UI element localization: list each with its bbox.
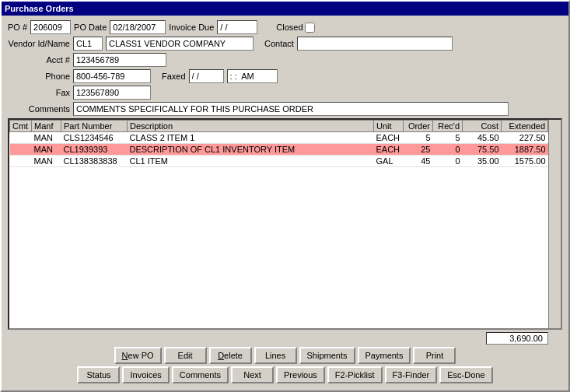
contact-label: Contact xyxy=(264,39,294,48)
cell-cmt xyxy=(10,156,32,167)
phone-input[interactable] xyxy=(73,69,151,83)
col-header-partnum: Part Number xyxy=(61,121,128,132)
phone-label: Phone xyxy=(8,72,70,81)
vendor-label: Vendor Id/Name xyxy=(8,39,70,48)
contact-input[interactable] xyxy=(297,37,453,51)
comments-button[interactable]: Comments xyxy=(172,366,229,383)
cell-desc: DESCRIPTION OF CL1 INVENTORY ITEM xyxy=(128,144,374,156)
total-value: 3,690.00 xyxy=(486,332,548,345)
acct-label: Acct # xyxy=(8,55,70,65)
cell-unit: EACH xyxy=(374,144,404,156)
po-label: PO # xyxy=(8,23,27,32)
cell-desc: CLASS 2 ITEM 1 xyxy=(128,132,374,144)
cell-cost: 45.50 xyxy=(463,132,502,144)
window-title: Purchase Orders xyxy=(5,4,74,13)
invoice-due-input[interactable] xyxy=(217,20,257,34)
f2-picklist-button[interactable]: F2-Picklist xyxy=(327,366,383,383)
col-header-cmt: Cmt xyxy=(10,121,32,132)
cell-extended: 1887.50 xyxy=(502,144,548,156)
cell-desc: CL1 ITEM xyxy=(128,156,374,167)
cell-order: 25 xyxy=(404,144,433,156)
col-header-extended: Extended xyxy=(502,121,548,132)
po-date-label: PO Date xyxy=(74,23,107,32)
previous-button[interactable]: Previous xyxy=(276,366,325,383)
edit-button[interactable]: Edit xyxy=(164,347,207,364)
po-date-input[interactable] xyxy=(110,20,166,34)
cell-cmt xyxy=(10,144,32,156)
vendor-name-input[interactable] xyxy=(106,37,254,51)
new-po-button[interactable]: New PO xyxy=(114,347,162,364)
lines-button[interactable]: Lines xyxy=(254,347,297,364)
faxed-time-input[interactable] xyxy=(227,69,278,83)
cell-unit: EACH xyxy=(374,132,404,144)
next-button[interactable]: Next xyxy=(231,366,274,383)
cell-recvd: 0 xyxy=(433,144,463,156)
col-header-recvd: Rec'd xyxy=(433,121,463,132)
purchase-orders-window: Purchase Orders PO # PO Date Invoice Due… xyxy=(0,0,570,392)
table-scrollbar[interactable] xyxy=(548,120,561,328)
delete-button[interactable]: Delete xyxy=(209,347,252,364)
button-row-2: Status Invoices Comments Next Previous F… xyxy=(8,366,562,383)
table-row[interactable]: MAN CL1939393 DESCRIPTION OF CL1 INVENTO… xyxy=(10,144,561,156)
cell-cost: 75.50 xyxy=(463,144,502,156)
button-row-1: New PO Edit Delete Lines Shipments Payme… xyxy=(8,347,562,364)
cell-cost: 35.00 xyxy=(463,156,502,167)
comments-input[interactable] xyxy=(73,102,509,116)
total-row: 3,690.00 xyxy=(8,332,562,345)
col-header-order: Order xyxy=(404,121,433,132)
cell-order: 45 xyxy=(404,156,433,167)
comments-label: Comments xyxy=(8,104,70,114)
cell-unit: GAL xyxy=(374,156,404,167)
invoices-button[interactable]: Invoices xyxy=(122,366,169,383)
esc-done-button[interactable]: Esc-Done xyxy=(439,366,492,383)
fax-input[interactable] xyxy=(73,86,151,100)
col-header-unit: Unit xyxy=(374,121,404,132)
fax-label: Fax xyxy=(8,88,70,97)
col-header-manf: Manf xyxy=(32,121,61,132)
cell-recvd: 5 xyxy=(433,132,463,144)
title-bar: Purchase Orders xyxy=(2,2,568,16)
faxed-label: Faxed xyxy=(162,72,186,81)
cell-cmt xyxy=(10,132,32,144)
acct-input[interactable] xyxy=(73,53,166,67)
table-row[interactable]: MAN CLS1234546 CLASS 2 ITEM 1 EACH 5 5 4… xyxy=(10,132,561,144)
f3-finder-button[interactable]: F3-Finder xyxy=(385,366,438,383)
cell-part: CL1939393 xyxy=(61,144,128,156)
cell-part: CLS1234546 xyxy=(61,132,128,144)
cell-manf: MAN xyxy=(32,132,61,144)
table-row[interactable]: MAN CL138383838 CL1 ITEM GAL 45 0 35.00 … xyxy=(10,156,561,167)
shipments-button[interactable]: Shipments xyxy=(299,347,355,364)
cell-manf: MAN xyxy=(32,156,61,167)
cell-recvd: 0 xyxy=(433,156,463,167)
status-button[interactable]: Status xyxy=(77,366,120,383)
closed-checkbox[interactable] xyxy=(305,23,315,33)
payments-button[interactable]: Payments xyxy=(358,347,411,364)
print-button[interactable]: Print xyxy=(413,347,456,364)
col-header-desc: Description xyxy=(128,121,374,132)
cell-part: CL138383838 xyxy=(61,156,128,167)
invoice-due-label: Invoice Due xyxy=(169,23,214,32)
vendor-id-input[interactable] xyxy=(73,37,103,51)
cell-manf: MAN xyxy=(32,144,61,156)
po-number-input[interactable] xyxy=(30,20,71,34)
cell-extended: 1575.00 xyxy=(502,156,548,167)
faxed-date-input[interactable] xyxy=(189,69,224,83)
col-header-cost: Cost xyxy=(463,121,502,132)
cell-order: 5 xyxy=(404,132,433,144)
closed-label: Closed xyxy=(276,23,302,32)
po-lines-table: Cmt Manf Part Number Description Unit Or… xyxy=(8,118,562,330)
cell-extended: 227.50 xyxy=(502,132,548,144)
